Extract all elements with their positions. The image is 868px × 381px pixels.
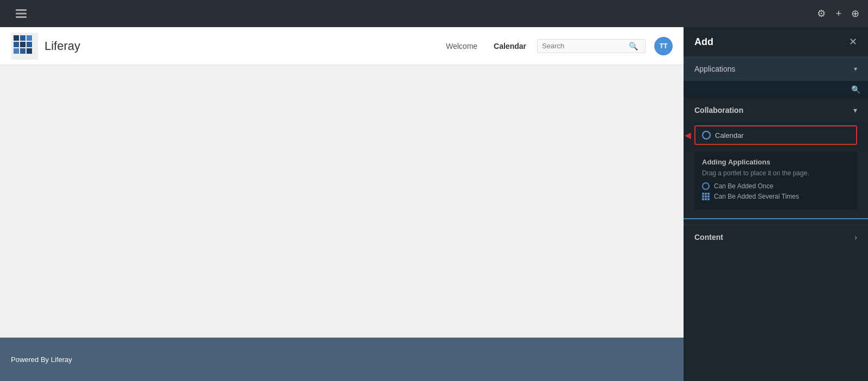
panel-search-bar: calendar 🔍 (684, 81, 868, 98)
calendar-portlet-icon (702, 131, 711, 139)
svg-rect-10 (14, 48, 19, 54)
nav-links: Welcome Calendar (446, 42, 526, 50)
svg-rect-12 (27, 48, 32, 54)
legend-once-item: Can Be Added Once (702, 182, 850, 190)
legend-several-label: Can Be Added Several Times (714, 193, 799, 200)
main-wrapper: Liferay Welcome Calendar 🔍 TT Powered By… (0, 27, 868, 381)
content-label: Content (694, 233, 723, 242)
svg-rect-2 (16, 16, 27, 18)
panel-header: Add ✕ (684, 27, 868, 57)
header-bar: Liferay Welcome Calendar 🔍 TT (0, 27, 684, 65)
globe-icon[interactable]: ⊕ (851, 8, 859, 20)
footer-text: Powered By Liferay (11, 355, 72, 364)
nav-welcome[interactable]: Welcome (446, 42, 477, 50)
panel-title: Add (694, 36, 713, 48)
sidebar-toggle-button[interactable] (13, 5, 29, 22)
content-chevron-icon: › (854, 233, 857, 242)
applications-label: Applications (694, 65, 736, 73)
content-area: Liferay Welcome Calendar 🔍 TT Powered By… (0, 27, 684, 381)
liferay-logo (11, 33, 38, 60)
logo-text: Liferay (44, 39, 80, 53)
svg-rect-11 (20, 48, 25, 54)
collaboration-label: Collaboration (694, 106, 743, 115)
footer: Powered By Liferay (0, 338, 684, 381)
user-avatar[interactable]: TT (654, 37, 673, 55)
separator-line (684, 218, 868, 219)
svg-rect-0 (16, 9, 27, 11)
close-button[interactable]: ✕ (849, 36, 857, 48)
applications-chevron-icon: ▾ (854, 65, 857, 73)
logo-container: Liferay (11, 33, 80, 60)
calendar-item-container: ◄ Calendar (684, 122, 868, 148)
adding-apps-desc: Drag a portlet to place it on the page. (702, 169, 850, 177)
collaboration-chevron-icon: ▾ (853, 106, 857, 115)
svg-rect-7 (20, 42, 25, 47)
arrow-indicator: ◄ (684, 129, 693, 142)
top-bar: ⚙ + ⊕ (0, 0, 868, 27)
adding-apps-title: Adding Applications (702, 158, 850, 166)
nav-calendar[interactable]: Calendar (494, 42, 526, 50)
collaboration-header[interactable]: Collaboration ▾ (684, 98, 868, 122)
panel-search-input[interactable]: calendar (691, 85, 851, 94)
calendar-item[interactable]: Calendar (694, 125, 857, 145)
legend-once-icon (702, 182, 710, 190)
svg-rect-4 (14, 35, 19, 41)
gear-icon[interactable]: ⚙ (817, 8, 826, 20)
svg-rect-1 (16, 13, 27, 15)
top-bar-icons: ⚙ + ⊕ (817, 8, 859, 20)
calendar-item-wrapper: ◄ Calendar (694, 125, 857, 145)
sidebar-panel: Add ✕ Applications ▾ calendar 🔍 Collabor… (684, 27, 868, 381)
legend-several-icon (702, 193, 710, 200)
search-container: 🔍 (537, 39, 646, 53)
legend-once-label: Can Be Added Once (714, 182, 773, 190)
adding-apps-tooltip: Adding Applications Drag a portlet to pl… (694, 151, 857, 209)
applications-section-header[interactable]: Applications ▾ (684, 57, 868, 81)
panel-search-icon: 🔍 (851, 85, 860, 94)
collaboration-section: Collaboration ▾ ◄ Calendar Adding Applic… (684, 98, 868, 213)
search-icon: 🔍 (629, 42, 638, 50)
plus-icon[interactable]: + (835, 8, 841, 20)
page-content (0, 65, 684, 338)
svg-rect-8 (27, 35, 32, 41)
svg-rect-5 (20, 35, 25, 41)
svg-rect-9 (27, 42, 32, 47)
svg-rect-6 (14, 42, 19, 47)
calendar-item-label: Calendar (715, 131, 744, 139)
search-input[interactable] (542, 42, 629, 50)
legend-several-item: Can Be Added Several Times (702, 193, 850, 200)
sidebar-toggle-area (9, 5, 29, 22)
content-section-header[interactable]: Content › (684, 225, 868, 249)
